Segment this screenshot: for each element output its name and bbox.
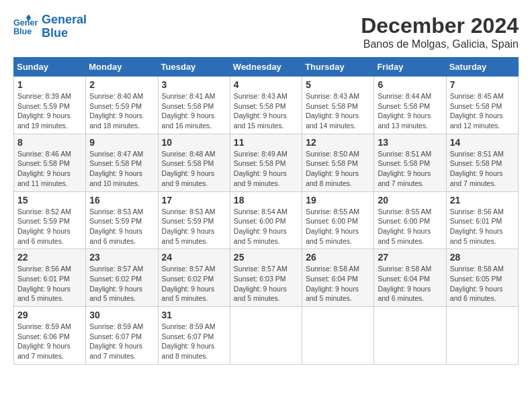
calendar-cell: 16 Sunrise: 8:53 AM Sunset: 5:59 PM Dayl… (86, 191, 158, 249)
day-number: 23 (89, 252, 154, 263)
day-info: Sunrise: 8:57 AM Sunset: 6:02 PM Dayligh… (162, 264, 226, 304)
logo-line2: Blue (42, 26, 68, 40)
sunrise-label: Sunrise: 8:48 AM (162, 150, 216, 158)
calendar-cell: 9 Sunrise: 8:47 AM Sunset: 5:58 PM Dayli… (86, 134, 158, 191)
month-title: December 2024 (361, 13, 519, 38)
sunrise-label: Sunrise: 8:59 AM (162, 322, 216, 330)
sunset-label: Sunset: 5:59 PM (162, 217, 214, 225)
day-number: 10 (162, 137, 226, 148)
sunset-label: Sunset: 6:03 PM (234, 275, 286, 283)
calendar-cell: 15 Sunrise: 8:52 AM Sunset: 5:59 PM Dayl… (14, 191, 86, 249)
day-number: 3 (162, 79, 226, 90)
calendar-cell: 5 Sunrise: 8:43 AM Sunset: 5:58 PM Dayli… (302, 77, 374, 134)
daylight-label: Daylight: 9 hours and 5 minutes. (306, 227, 359, 245)
sunset-label: Sunset: 5:58 PM (162, 159, 214, 167)
sunset-label: Sunset: 5:58 PM (234, 102, 286, 110)
day-number: 27 (378, 252, 442, 263)
calendar-cell: 27 Sunrise: 8:58 AM Sunset: 6:04 PM Dayl… (374, 249, 446, 307)
day-number: 24 (162, 252, 226, 263)
day-number: 28 (450, 252, 515, 263)
day-info: Sunrise: 8:43 AM Sunset: 5:58 PM Dayligh… (234, 91, 298, 131)
sunset-label: Sunset: 6:04 PM (306, 275, 358, 283)
sunrise-label: Sunrise: 8:53 AM (162, 208, 216, 216)
day-number: 1 (17, 79, 82, 90)
daylight-label: Daylight: 9 hours and 13 minutes. (378, 111, 431, 130)
daylight-label: Daylight: 9 hours and 5 minutes. (234, 227, 287, 245)
day-number: 11 (234, 137, 298, 148)
sunset-label: Sunset: 5:58 PM (162, 102, 214, 110)
day-number: 31 (162, 310, 226, 320)
sunrise-label: Sunrise: 8:54 AM (234, 208, 287, 216)
sunrise-label: Sunrise: 8:41 AM (162, 92, 216, 100)
daylight-label: Daylight: 9 hours and 6 minutes. (450, 285, 503, 303)
day-info: Sunrise: 8:49 AM Sunset: 5:58 PM Dayligh… (234, 149, 298, 189)
sunrise-label: Sunrise: 8:43 AM (306, 92, 359, 100)
sunrise-label: Sunrise: 8:39 AM (17, 92, 71, 100)
logo-text: General Blue (42, 13, 87, 40)
sunset-label: Sunset: 6:00 PM (378, 217, 430, 225)
day-info: Sunrise: 8:59 AM Sunset: 6:06 PM Dayligh… (17, 322, 82, 361)
daylight-label: Daylight: 9 hours and 5 minutes. (306, 285, 359, 303)
day-number: 9 (89, 137, 154, 148)
day-number: 13 (378, 137, 442, 148)
sunset-label: Sunset: 6:02 PM (89, 275, 142, 283)
day-info: Sunrise: 8:47 AM Sunset: 5:58 PM Dayligh… (89, 149, 154, 189)
daylight-label: Daylight: 9 hours and 12 minutes. (450, 111, 503, 130)
day-info: Sunrise: 8:57 AM Sunset: 6:03 PM Dayligh… (234, 264, 298, 304)
sunrise-label: Sunrise: 8:56 AM (450, 208, 504, 216)
daylight-label: Daylight: 9 hours and 19 minutes. (17, 111, 71, 130)
sunrise-label: Sunrise: 8:49 AM (234, 150, 287, 158)
day-info: Sunrise: 8:48 AM Sunset: 5:58 PM Dayligh… (162, 149, 226, 189)
week-row-3: 15 Sunrise: 8:52 AM Sunset: 5:59 PM Dayl… (14, 191, 519, 249)
day-info: Sunrise: 8:56 AM Sunset: 6:01 PM Dayligh… (450, 207, 515, 246)
sunset-label: Sunset: 5:59 PM (89, 217, 142, 225)
day-info: Sunrise: 8:41 AM Sunset: 5:58 PM Dayligh… (162, 91, 226, 131)
day-info: Sunrise: 8:43 AM Sunset: 5:58 PM Dayligh… (306, 91, 370, 131)
day-number: 22 (17, 252, 82, 263)
calendar-cell: 11 Sunrise: 8:49 AM Sunset: 5:58 PM Dayl… (230, 134, 302, 191)
calendar-cell: 22 Sunrise: 8:56 AM Sunset: 6:01 PM Dayl… (14, 249, 86, 307)
calendar-table: SundayMondayTuesdayWednesdayThursdayFrid… (13, 57, 519, 365)
sunset-label: Sunset: 6:06 PM (17, 332, 70, 340)
calendar-cell: 17 Sunrise: 8:53 AM Sunset: 5:59 PM Dayl… (158, 191, 230, 249)
calendar-cell: 4 Sunrise: 8:43 AM Sunset: 5:58 PM Dayli… (230, 77, 302, 134)
sunrise-label: Sunrise: 8:57 AM (89, 265, 143, 273)
daylight-label: Daylight: 9 hours and 8 minutes. (306, 169, 359, 187)
sunset-label: Sunset: 6:00 PM (306, 217, 358, 225)
header-day-wednesday: Wednesday (230, 58, 302, 77)
week-row-4: 22 Sunrise: 8:56 AM Sunset: 6:01 PM Dayl… (14, 249, 519, 307)
day-number: 17 (162, 195, 226, 205)
calendar-header: SundayMondayTuesdayWednesdayThursdayFrid… (14, 58, 519, 77)
daylight-label: Daylight: 9 hours and 7 minutes. (450, 169, 503, 187)
header-day-friday: Friday (374, 58, 446, 77)
day-info: Sunrise: 8:55 AM Sunset: 6:00 PM Dayligh… (306, 207, 370, 246)
title-section: December 2024 Banos de Molgas, Galicia, … (361, 13, 519, 50)
sunrise-label: Sunrise: 8:44 AM (378, 92, 431, 100)
day-number: 12 (306, 137, 370, 148)
daylight-label: Daylight: 9 hours and 18 minutes. (89, 111, 142, 130)
sunrise-label: Sunrise: 8:51 AM (378, 150, 431, 158)
daylight-label: Daylight: 9 hours and 11 minutes. (17, 169, 71, 187)
daylight-label: Daylight: 9 hours and 9 minutes. (234, 169, 287, 187)
sunset-label: Sunset: 6:01 PM (450, 217, 502, 225)
day-info: Sunrise: 8:51 AM Sunset: 5:58 PM Dayligh… (378, 149, 442, 189)
calendar-cell: 28 Sunrise: 8:58 AM Sunset: 6:05 PM Dayl… (446, 249, 518, 307)
sunset-label: Sunset: 6:00 PM (234, 217, 286, 225)
day-info: Sunrise: 8:59 AM Sunset: 6:07 PM Dayligh… (162, 322, 226, 361)
daylight-label: Daylight: 9 hours and 16 minutes. (162, 111, 215, 130)
day-number: 14 (450, 137, 515, 148)
page-header: General Blue General Blue December 2024 … (13, 13, 519, 50)
sunset-label: Sunset: 5:58 PM (450, 102, 502, 110)
day-info: Sunrise: 8:44 AM Sunset: 5:58 PM Dayligh… (378, 91, 442, 131)
day-info: Sunrise: 8:40 AM Sunset: 5:59 PM Dayligh… (89, 91, 154, 131)
week-row-1: 1 Sunrise: 8:39 AM Sunset: 5:59 PM Dayli… (14, 77, 519, 134)
sunset-label: Sunset: 5:58 PM (89, 159, 142, 167)
sunset-label: Sunset: 6:02 PM (162, 275, 214, 283)
header-row: SundayMondayTuesdayWednesdayThursdayFrid… (14, 58, 519, 77)
calendar-cell: 10 Sunrise: 8:48 AM Sunset: 5:58 PM Dayl… (158, 134, 230, 191)
day-number: 7 (450, 79, 515, 90)
calendar-cell (302, 307, 374, 365)
calendar-cell: 25 Sunrise: 8:57 AM Sunset: 6:03 PM Dayl… (230, 249, 302, 307)
daylight-label: Daylight: 9 hours and 5 minutes. (162, 227, 215, 245)
sunset-label: Sunset: 5:58 PM (234, 159, 286, 167)
